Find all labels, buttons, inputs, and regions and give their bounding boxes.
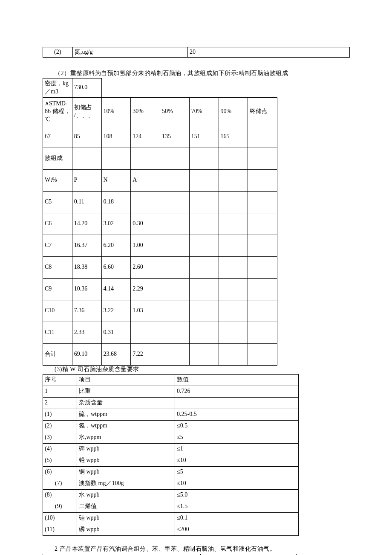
table-row: 合计 69.10 23.68 7.22: [43, 343, 277, 365]
cell: [189, 148, 219, 169]
cell: [248, 343, 277, 365]
cell: [131, 148, 160, 169]
cell: [248, 256, 277, 278]
cell: (11): [43, 524, 77, 535]
cell: 30%: [131, 97, 160, 126]
cell: 0.726: [175, 386, 299, 397]
cell: [248, 126, 277, 148]
cell: [219, 191, 248, 213]
cell: 4.14: [101, 278, 131, 300]
cell: 序号: [43, 374, 77, 386]
table-row: C6 14.20 3.02 0.30: [43, 213, 277, 235]
cell: [219, 300, 248, 322]
cell: 项目: [77, 374, 175, 386]
cell: 23.68: [101, 343, 131, 365]
cell: (9): [43, 501, 77, 512]
cell: 3.02: [101, 213, 131, 235]
cell: 69.10: [72, 343, 101, 365]
cell: (8): [43, 489, 77, 501]
cell: [160, 300, 190, 322]
cell: 铅 wppb: [77, 455, 175, 466]
cell: (7): [43, 478, 77, 489]
table-row: (1)硫，wtppm0.25-0.5: [43, 409, 299, 420]
cell: 族组成: [43, 148, 72, 169]
cell: [219, 256, 248, 278]
cell: (2): [43, 47, 73, 58]
cell: 20: [188, 47, 350, 58]
cell: [248, 300, 277, 322]
cell: [219, 322, 248, 343]
cell: 0.30: [131, 213, 160, 235]
cell: 碑 wppb: [77, 443, 175, 455]
table-row: 密度，kg／m3 730.0: [43, 78, 102, 97]
cell: (5): [43, 455, 77, 466]
table-row: (4)碑 wppb≤1: [43, 443, 299, 455]
cell: 0.25-0.5: [175, 409, 299, 420]
cell: 0.11: [72, 191, 101, 213]
cell: ≤200: [175, 524, 299, 535]
cell: 比重: [77, 386, 175, 397]
cell: 水 wppb: [77, 489, 175, 501]
table-row: (5)铅 wppb≤10: [43, 455, 299, 466]
table-composition: ∧STMD-86 储程，℃ 初储占 /、、、 10% 30% 50% 70% 9…: [43, 97, 277, 366]
cell: ≤1: [175, 443, 299, 455]
table-row: 族组成: [43, 148, 277, 169]
cell: [160, 256, 190, 278]
cell: (10): [43, 512, 77, 524]
cell: 水,wppm: [77, 432, 175, 443]
cell: [189, 213, 219, 235]
cell: [72, 148, 101, 169]
table-row: (2) 氮,ug/g 20: [43, 47, 350, 58]
cell: C8: [43, 256, 72, 278]
cell: 70%: [189, 97, 219, 126]
cell: [160, 148, 190, 169]
cell: [101, 148, 131, 169]
cell: C6: [43, 213, 72, 235]
cell: ≤1.5: [175, 501, 299, 512]
cell: 16.37: [72, 235, 101, 256]
cell: [175, 397, 299, 409]
cell: [131, 191, 160, 213]
cell: 108: [101, 126, 131, 148]
cell: [248, 191, 277, 213]
cell: [248, 235, 277, 256]
cell: 7.36: [72, 300, 101, 322]
cell: 2.29: [131, 278, 160, 300]
table-row: (7)澳指数 mg／100g≤10: [43, 478, 299, 489]
cell: [219, 148, 248, 169]
table-density-row: 密度，kg／m3 730.0: [43, 78, 102, 98]
cell: 2.60: [131, 256, 160, 278]
cell: [248, 278, 277, 300]
cell: 18.38: [72, 256, 101, 278]
cell: Wt%: [43, 169, 72, 191]
cell: (4): [43, 443, 77, 455]
cell: 151: [189, 126, 219, 148]
table-row: 2杂质含量: [43, 397, 299, 409]
table-row: (3)水,wppm≤5: [43, 432, 299, 443]
cell: 3.22: [101, 300, 131, 322]
cell: [219, 343, 248, 365]
cell: [248, 322, 277, 343]
table-row: (8)水 wppb≤5.0: [43, 489, 299, 501]
paragraph: （2）重整原料为自预加氢部分来的精制石脑油，其族组成如下所示:精制石脑油族组成: [43, 70, 349, 77]
cell: 165: [219, 126, 248, 148]
cell: 1.03: [131, 300, 160, 322]
cell: [219, 169, 248, 191]
cell: 二烯值: [77, 501, 175, 512]
table-row: C9 10.36 4.14 2.29: [43, 278, 277, 300]
cell: [248, 148, 277, 169]
cell: 合计: [43, 343, 72, 365]
cell: ≤0.1: [175, 512, 299, 524]
table-row: (11)磷 wppb≤200: [43, 524, 299, 535]
table-row: 67 85 108 124 135 151 165: [43, 126, 277, 148]
cell: [160, 322, 190, 343]
cell: 铜 wppb: [77, 466, 175, 478]
cell: [189, 322, 219, 343]
cell: [189, 256, 219, 278]
cell: 6.60: [101, 256, 131, 278]
cell: N: [101, 169, 131, 191]
cell: 50%: [160, 97, 190, 126]
cell: C11: [43, 322, 72, 343]
cell: ≤5.0: [175, 489, 299, 501]
cell: [160, 191, 190, 213]
